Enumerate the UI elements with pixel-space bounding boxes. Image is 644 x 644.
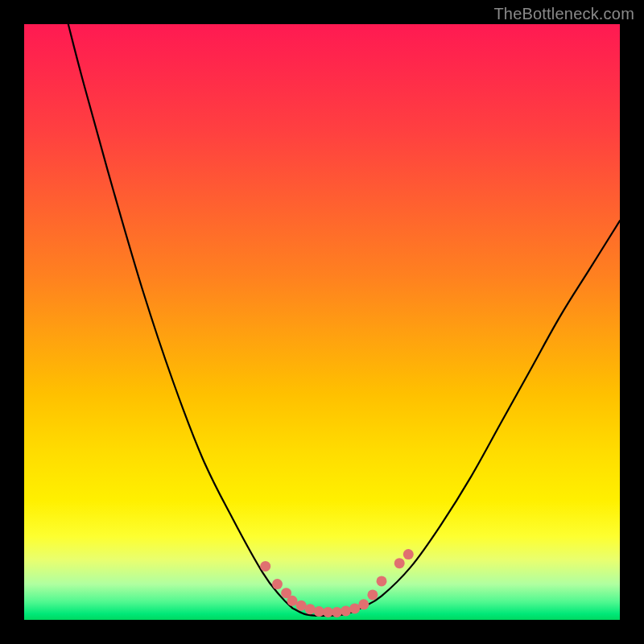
watermark-text: TheBottleneck.com xyxy=(493,5,634,23)
bottleneck-curve-left xyxy=(68,24,292,608)
data-marker xyxy=(314,606,324,617)
data-marker xyxy=(341,605,351,616)
data-marker xyxy=(332,607,342,617)
data-marker xyxy=(358,599,369,609)
data-marker xyxy=(260,561,270,572)
marker-layer xyxy=(260,549,414,617)
data-marker xyxy=(394,558,405,568)
curve-svg xyxy=(24,24,620,620)
data-marker xyxy=(403,549,414,559)
data-marker xyxy=(272,579,283,589)
data-marker xyxy=(349,603,360,613)
plot-area xyxy=(24,24,620,620)
data-marker xyxy=(377,576,387,586)
bottleneck-curve-right xyxy=(364,221,620,607)
data-marker xyxy=(305,604,316,614)
chart-frame: TheBottleneck.com xyxy=(0,0,644,644)
data-marker xyxy=(287,596,298,606)
data-marker xyxy=(323,607,333,617)
data-marker xyxy=(296,601,307,611)
curve-layer xyxy=(68,24,620,616)
data-marker xyxy=(367,589,378,600)
